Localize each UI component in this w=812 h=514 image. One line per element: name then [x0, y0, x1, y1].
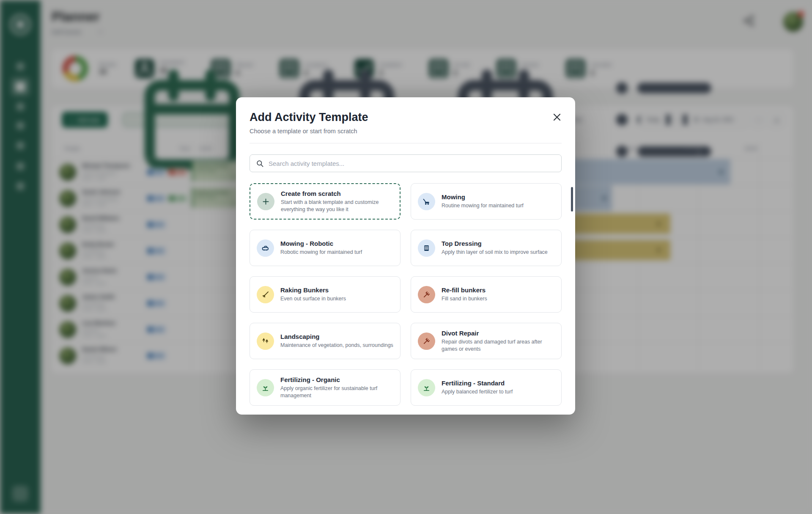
template-icon-circle [418, 333, 435, 350]
template-icon-circle [418, 379, 435, 396]
template-card-raking-bunkers[interactable]: Raking Bunkers Even out surface in bunke… [250, 276, 401, 313]
template-card-description: Fill sand in bunkers [442, 295, 487, 302]
template-card-title: Divot Repair [442, 330, 554, 337]
template-card-fertilizing-standard[interactable]: Fertilizing - Standard Apply balanced fe… [411, 369, 562, 406]
search-icon [256, 159, 264, 168]
template-icon-circle [257, 239, 274, 257]
template-card-title: Landscaping [280, 333, 393, 340]
template-icon-circle [257, 193, 274, 210]
search-input[interactable] [269, 160, 555, 167]
template-card-create-from-scratch[interactable]: Create from scratch Start with a blank t… [250, 183, 401, 220]
trees-icon [261, 337, 270, 346]
template-card-description: Maintenance of vegetation, ponds, surrou… [280, 342, 393, 349]
modal-title: Add Activity Template [250, 111, 562, 124]
template-card-divot-repair[interactable]: Divot Repair Repair divots and damaged t… [411, 323, 562, 359]
template-card-title: Mowing - Robotic [280, 240, 362, 247]
pitchfork-icon [422, 290, 431, 299]
template-card-landscaping[interactable]: Landscaping Maintenance of vegetation, p… [250, 323, 401, 359]
plus-icon [261, 197, 270, 206]
modal-subtitle: Choose a template or start from scratch [250, 128, 562, 135]
sprout-icon [422, 383, 431, 392]
divider [250, 143, 562, 143]
template-card-fertilizing-organic[interactable]: Fertilizing - Organic Apply organic fert… [250, 369, 401, 406]
pitchfork-icon [422, 337, 431, 346]
template-icon-circle [418, 286, 435, 303]
template-card-title: Raking Bunkers [280, 286, 346, 294]
template-card-title: Re-fill bunkers [442, 286, 487, 294]
template-card-description: Robotic mowing for maintained turf [280, 249, 362, 256]
rake-icon [261, 290, 270, 299]
template-card-title: Top Dressing [442, 240, 548, 247]
template-card-re-fill-bunkers[interactable]: Re-fill bunkers Fill sand in bunkers [411, 276, 562, 313]
template-card-mowing-robotic[interactable]: Mowing - Robotic Robotic mowing for main… [250, 230, 401, 266]
template-search [250, 154, 562, 172]
template-icon-circle [257, 286, 274, 303]
template-card-description: Routine mowing for maintained turf [442, 202, 524, 209]
template-card-title: Mowing [442, 193, 524, 201]
template-card-description: Apply thin layer of soil mix to improve … [442, 249, 548, 256]
template-card-mowing[interactable]: Mowing Routine mowing for maintained tur… [411, 183, 562, 220]
scrollbar-thumb[interactable] [571, 187, 573, 212]
layers-icon [422, 244, 431, 253]
sprout-icon [261, 383, 270, 392]
template-grid: Create from scratch Start with a blank t… [250, 183, 562, 406]
template-card-description: Start with a blank template and customiz… [281, 199, 393, 213]
template-card-description: Even out surface in bunkers [280, 295, 346, 302]
robot-mower-icon [261, 244, 270, 253]
screen: Planner Golf Course All tasks 16 Unassig… [0, 0, 812, 514]
template-icon-circle [418, 239, 435, 257]
template-card-title: Fertilizing - Standard [442, 379, 513, 387]
template-icon-circle [257, 333, 274, 350]
mower-icon [422, 197, 431, 206]
template-icon-circle [257, 379, 274, 396]
close-icon[interactable] [551, 112, 562, 123]
template-card-title: Fertilizing - Organic [280, 376, 393, 383]
template-icon-circle [418, 193, 435, 210]
template-card-description: Repair divots and damaged turf areas aft… [442, 338, 554, 353]
add-activity-template-modal: Add Activity Template Choose a template … [236, 97, 575, 415]
template-card-top-dressing[interactable]: Top Dressing Apply thin layer of soil mi… [411, 230, 562, 266]
template-card-title: Create from scratch [281, 190, 393, 197]
template-card-description: Apply organic fertilizer for sustainable… [280, 385, 393, 399]
template-card-description: Apply balanced fertilizer to turf [442, 388, 513, 396]
